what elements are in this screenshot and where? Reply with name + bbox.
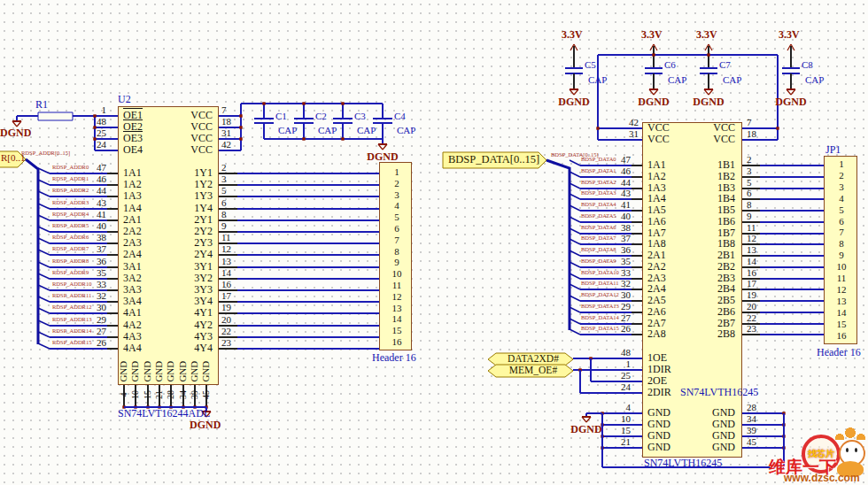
cap-designator[interactable]: C8 xyxy=(802,60,813,70)
pin-number: 11 xyxy=(221,233,231,242)
pin-number: 18 xyxy=(221,117,231,127)
pin-number: 13 xyxy=(747,245,756,255)
cap-value: CAP xyxy=(357,126,376,135)
header-pin-number: 11 xyxy=(388,281,406,290)
pin-name: 2A1 xyxy=(123,214,142,225)
header-pin-number: 1 xyxy=(833,159,850,169)
pin-number: 35 xyxy=(609,257,631,266)
cap-value: CAP xyxy=(278,126,297,135)
pin-number: 48 xyxy=(609,348,631,358)
pin-name: GND xyxy=(647,419,670,429)
pin-number: 27 xyxy=(609,313,631,323)
pin-name: 1DIR xyxy=(647,364,671,374)
pin-name: GND xyxy=(119,352,128,382)
header-pin-number: 13 xyxy=(388,304,406,313)
cap-designator[interactable]: C2 xyxy=(315,112,327,121)
cap-value: CAP xyxy=(723,75,741,85)
mascot-eye-icon xyxy=(855,448,857,452)
pin-number: 9 xyxy=(747,212,752,221)
header-pin-number: 4 xyxy=(833,194,850,204)
pin-number: 16 xyxy=(747,268,756,278)
pin-number: 46 xyxy=(85,174,106,184)
pin-number: 42 xyxy=(221,140,231,150)
pin-number: 30 xyxy=(85,303,106,312)
header-pin-number: 2 xyxy=(388,179,406,189)
pin-name: 3A1 xyxy=(123,261,142,272)
pin-number: 13 xyxy=(221,257,231,266)
header-pin-number: 8 xyxy=(833,239,850,249)
cap-designator[interactable]: C7 xyxy=(719,60,731,70)
cap-designator[interactable]: C5 xyxy=(585,60,596,70)
cap-designator[interactable]: C6 xyxy=(664,60,676,70)
pin-number: 36 xyxy=(85,257,106,266)
pin-number: 6 xyxy=(221,198,227,208)
pin-number: 21 xyxy=(155,381,164,408)
cap-designator[interactable]: C4 xyxy=(394,112,406,121)
pin-number: 34 xyxy=(179,381,188,408)
pin-name: VCC xyxy=(700,122,735,133)
header-pin-number: 12 xyxy=(388,292,406,302)
mascot-eye-icon xyxy=(846,448,849,452)
schematic-canvas: DGNDR11482524R[0..15]RDSP_ADDR[0..15]RDS… xyxy=(0,0,868,485)
pin-name: 1B4 xyxy=(700,193,735,204)
pin-name: 2A2 xyxy=(647,261,666,272)
pin-number: 12 xyxy=(747,234,756,243)
resistor-r1[interactable] xyxy=(38,112,73,120)
u3-part-number: SN74LVTH16245 xyxy=(680,387,758,397)
pin-number: 4 xyxy=(609,403,631,412)
power-3v3-label: 3.3V xyxy=(641,29,663,40)
pin-name: GND xyxy=(647,442,670,452)
bus-net-label: RDSP_ADDR[0..15] xyxy=(21,150,70,157)
pin-number: 24 xyxy=(609,382,631,392)
header-pin-number: 15 xyxy=(833,319,850,329)
cap-designator[interactable]: C1 xyxy=(275,112,287,121)
pin-name: 1A8 xyxy=(647,238,666,249)
power-3v3-label: 3.3V xyxy=(696,29,717,40)
header-pin-number: 9 xyxy=(388,258,406,267)
pin-name: 4Y1 xyxy=(177,307,213,318)
pin-name: 2B1 xyxy=(700,250,735,260)
pin-name: 2A6 xyxy=(647,306,666,317)
header-pin-number: 5 xyxy=(833,205,850,215)
pin-number: 24 xyxy=(85,140,106,150)
cap-value: CAP xyxy=(668,75,686,85)
port-label: MEM_OE# xyxy=(503,366,563,376)
pin-number: 43 xyxy=(609,189,631,198)
pin-number: 41 xyxy=(85,210,106,219)
pin-number: 10 xyxy=(131,381,140,408)
pin-name: 2A2 xyxy=(123,226,142,236)
pin-name: 3Y2 xyxy=(177,273,213,283)
pin-number: 34 xyxy=(747,414,756,424)
pin-name: 1OE xyxy=(647,352,667,363)
pin-number: 21 xyxy=(609,437,631,447)
pin-number: 25 xyxy=(609,371,631,381)
dgnd-label: DGND xyxy=(554,96,593,107)
net-label: RDSP_ADDR5 xyxy=(52,223,89,229)
jp1-designator: JP1 xyxy=(825,144,841,155)
header-pin-number: 10 xyxy=(833,262,850,272)
pin-name: OE4 xyxy=(123,144,143,155)
pin-name: 2DIR xyxy=(647,387,671,397)
header-pin-number: 13 xyxy=(833,296,850,306)
pin-number: 45 xyxy=(747,437,756,447)
header-pin-number: 14 xyxy=(388,314,406,324)
mascot-crown-icon xyxy=(835,427,865,440)
pin-name: GND xyxy=(201,352,211,382)
pin-name: 1B1 xyxy=(700,159,735,170)
header-right-title: Header 16 xyxy=(817,347,861,358)
pin-name: 1B2 xyxy=(700,171,735,181)
cap-designator[interactable]: C3 xyxy=(354,112,366,121)
pin-number: 40 xyxy=(609,212,631,221)
pin-number: 47 xyxy=(85,163,106,173)
pin-name: 2A5 xyxy=(647,295,666,305)
pin-number: 25 xyxy=(85,128,106,138)
net-label: RDSP_ADDR3 xyxy=(52,200,89,206)
pin-name: 1A6 xyxy=(647,216,666,227)
header-pin-number: 7 xyxy=(388,235,406,245)
pin-name: VCC xyxy=(177,110,213,120)
pin-number: 31 xyxy=(617,129,639,139)
pin-name: 2A3 xyxy=(123,237,142,248)
header-pin-number: 12 xyxy=(833,285,850,295)
pin-number: 39 xyxy=(190,381,199,408)
pin-name: VCC xyxy=(700,134,735,144)
